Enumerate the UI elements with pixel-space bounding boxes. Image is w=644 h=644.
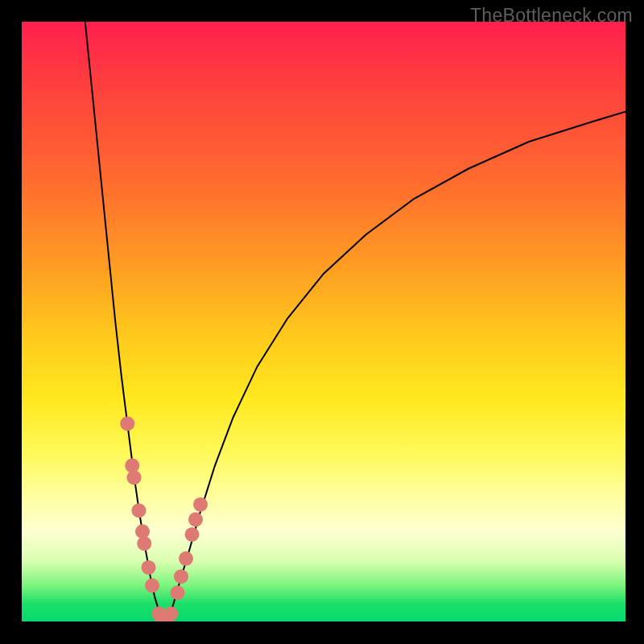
- marker-point: [137, 536, 151, 551]
- marker-point: [179, 551, 193, 566]
- marker-point: [120, 416, 134, 431]
- plot-area: [22, 22, 625, 621]
- curve-right-curve: [167, 112, 625, 619]
- chart-svg: [22, 22, 625, 621]
- curve-left-curve: [85, 22, 163, 621]
- marker-point: [185, 527, 200, 542]
- chart-frame: TheBottleneck.com: [0, 0, 644, 644]
- marker-point: [163, 606, 178, 621]
- marker-point: [171, 585, 185, 600]
- marker-point: [142, 560, 156, 575]
- curve-layer: [85, 22, 625, 621]
- marker-point: [193, 497, 208, 512]
- marker-point: [127, 470, 142, 485]
- marker-point: [188, 512, 203, 526]
- marker-point: [145, 578, 159, 592]
- marker-point: [132, 503, 147, 518]
- marker-layer: [120, 416, 208, 621]
- marker-point: [174, 569, 188, 584]
